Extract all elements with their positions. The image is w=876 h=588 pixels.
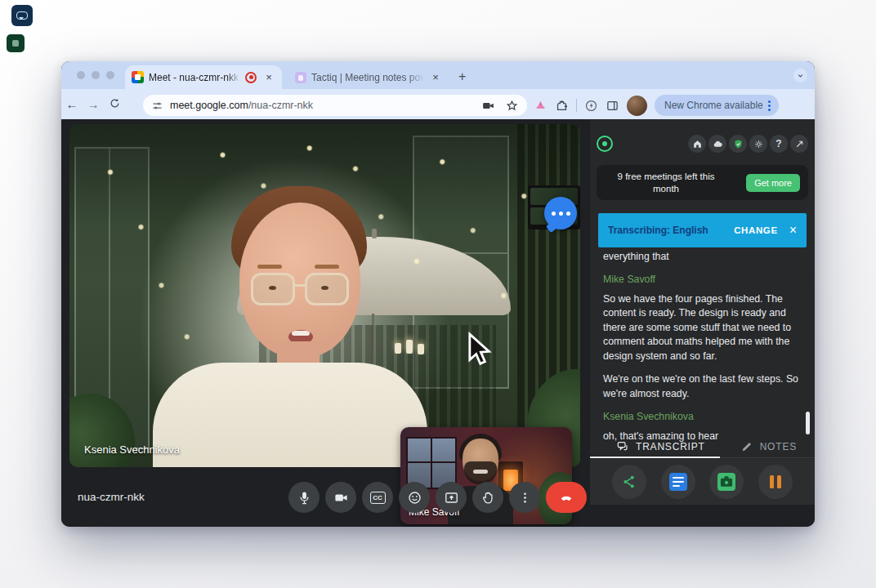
speed-badge-icon[interactable] (584, 99, 598, 113)
transcript-line: So we have the four pages finished. The … (603, 292, 801, 363)
quota-banner: 9 free meetings left this month Get more (597, 165, 808, 200)
screenshot-button[interactable] (709, 465, 744, 499)
chrome-update-button[interactable]: New Chrome available (655, 95, 779, 116)
eye (269, 286, 276, 290)
more-options-button[interactable] (509, 482, 540, 513)
detach-panel-icon[interactable] (790, 135, 808, 153)
pencil-icon (740, 440, 753, 453)
toolbar-divider (576, 99, 577, 112)
microphone-button[interactable] (288, 482, 320, 513)
home-icon[interactable] (688, 135, 706, 153)
meet-favicon (132, 71, 144, 83)
tactiq-logo-icon (597, 136, 613, 152)
sidebar-action-bar (590, 459, 815, 505)
present-button[interactable] (436, 482, 467, 513)
url-bar[interactable]: meet.google.com/nua-czmr-nkk (143, 95, 527, 116)
meet-page: Ksenia Svechnikova Mike Savoff nua-czmr-… (61, 119, 815, 527)
eye (321, 286, 328, 290)
chat-bubble-icon (16, 11, 28, 20)
recording-indicator-icon (245, 72, 257, 83)
browser-menu-icon[interactable] (763, 99, 775, 113)
transcript-scrollbar[interactable] (806, 412, 810, 434)
transcribing-banner: Transcribing: English CHANGE × (598, 213, 807, 247)
transcript-line: everything that (603, 250, 801, 264)
tune-icon[interactable] (151, 100, 163, 112)
chrome-update-label: New Chrome available (664, 100, 763, 111)
google-docs-icon (669, 473, 687, 491)
main-video-tile: Ksenia Svechnikova (69, 124, 580, 467)
desktop-chat-app-icon[interactable] (11, 5, 33, 26)
tactiq-sidebar: ? 9 free meetings left this month Get mo… (590, 119, 815, 505)
sidebar-tabs: TRANSCRIPT NOTES (590, 435, 815, 458)
camera-icon (717, 473, 735, 491)
reactions-button[interactable] (399, 482, 430, 513)
forward-button[interactable]: → (83, 97, 104, 111)
tactiq-favicon (295, 72, 306, 83)
candle (395, 343, 401, 354)
shield-check-icon[interactable] (729, 135, 747, 153)
transcript-panel: everything that Mike Savoff So we have t… (603, 250, 801, 452)
new-tab-button[interactable]: + (458, 69, 466, 84)
meeting-code: nua-czmr-nkk (78, 491, 145, 503)
chat-bubbles-icon (616, 440, 629, 453)
speaker-name: Ksenia Svechnikova (603, 410, 801, 424)
close-tab-icon[interactable]: × (429, 71, 442, 84)
change-language-button[interactable]: CHANGE (734, 225, 777, 235)
url-host: meet.google.com (170, 100, 248, 111)
close-banner-icon[interactable]: × (789, 224, 797, 237)
back-button[interactable]: ← (61, 97, 83, 111)
tab-strip: Meet - nua-czmr-nkk × Tactiq | Meeting n… (61, 61, 815, 89)
participant-name-label: Ksenia Svechnikova (84, 443, 180, 456)
quota-text: 9 free meetings left this month (605, 171, 727, 195)
tab-notes-label: NOTES (760, 441, 797, 452)
url-path: /nua-czmr-nkk (248, 100, 313, 111)
help-icon[interactable]: ? (770, 135, 788, 153)
get-more-button[interactable]: Get more (746, 174, 800, 192)
close-tab-icon[interactable]: × (262, 71, 275, 84)
camera-button[interactable] (325, 482, 356, 513)
tactiq-extension-icon[interactable] (534, 99, 548, 113)
window-controls[interactable] (77, 71, 114, 79)
candle (406, 340, 413, 354)
browser-window: Meet - nua-czmr-nkk × Tactiq | Meeting n… (61, 61, 815, 527)
cloud-upload-icon[interactable] (708, 135, 726, 153)
speaker-name: Mike Savoff (603, 273, 801, 287)
tab-meet[interactable]: Meet - nua-czmr-nkk × (125, 65, 282, 89)
glasses-bridge (295, 284, 305, 287)
captions-button[interactable]: CC (362, 482, 393, 513)
tab-search-chevron-icon[interactable] (793, 69, 807, 82)
candle (418, 344, 424, 354)
mouse-cursor (466, 332, 497, 368)
extensions-puzzle-icon[interactable] (555, 99, 569, 113)
tab-capture-icon[interactable] (481, 99, 495, 113)
profile-avatar[interactable] (627, 96, 647, 116)
url-text: meet.google.com/nua-czmr-nkk (170, 100, 481, 111)
tab-transcript[interactable]: TRANSCRIPT (616, 435, 705, 457)
participant-shirt (153, 363, 427, 467)
help-glyph: ? (775, 138, 781, 149)
side-panel-icon[interactable] (606, 99, 619, 113)
end-call-button[interactable] (546, 482, 587, 513)
cc-icon: CC (370, 492, 386, 504)
transcribing-label: Transcribing: English (608, 225, 708, 236)
transcript-line: We're on the we're on the last few steps… (603, 372, 801, 401)
tab-tactiq[interactable]: Tactiq | Meeting notes powe × (287, 65, 450, 89)
desktop-green-app-icon[interactable] (7, 34, 25, 52)
raise-hand-button[interactable] (472, 482, 503, 513)
tab-transcript-label: TRANSCRIPT (636, 441, 705, 452)
settings-gear-icon[interactable] (749, 135, 767, 153)
pause-recording-button[interactable] (758, 465, 793, 499)
tactiq-chat-bubble-icon[interactable] (544, 197, 577, 229)
bookmark-star-icon[interactable] (505, 99, 519, 113)
export-to-docs-button[interactable] (661, 465, 695, 499)
eyebrow (257, 265, 282, 269)
eyebrow (315, 265, 339, 269)
tab-title: Meet - nua-czmr-nkk (149, 72, 240, 83)
share-button[interactable] (612, 465, 646, 499)
pause-icon (770, 475, 781, 488)
refresh-button[interactable] (104, 97, 125, 112)
tab-notes[interactable]: NOTES (740, 435, 797, 457)
tab-title: Tactiq | Meeting notes powe (311, 72, 424, 83)
meet-control-bar: nua-czmr-nkk CC (61, 467, 590, 527)
